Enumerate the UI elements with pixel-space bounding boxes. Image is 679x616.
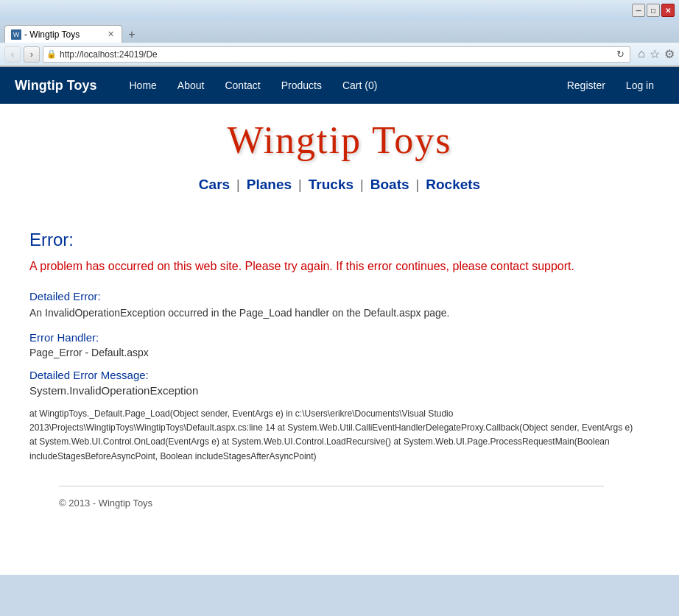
detailed-error-text: An InvalidOperationException occurred in… — [29, 305, 633, 321]
category-links: Cars | Planes | Trucks | Boats | Rockets — [0, 169, 679, 208]
error-msg-label: Detailed Error Message: — [29, 369, 633, 381]
category-planes[interactable]: Planes — [247, 177, 292, 192]
nav-login[interactable]: Log in — [616, 67, 664, 104]
sep-2: | — [295, 177, 302, 192]
site-brand[interactable]: Wingtip Toys — [15, 78, 97, 93]
site-nav: Wingtip Toys Home About Contact Products… — [0, 67, 679, 104]
tab-favicon: W — [11, 29, 21, 40]
error-main-message: A problem has occurred on this web site.… — [29, 258, 633, 275]
category-trucks[interactable]: Trucks — [309, 177, 353, 192]
tab-close-button[interactable]: ✕ — [106, 29, 116, 39]
title-bar: ─ □ ✕ — [0, 0, 679, 21]
forward-button[interactable]: › — [24, 46, 40, 63]
category-cars[interactable]: Cars — [199, 177, 230, 192]
footer-text: © 2013 - Wingtip Toys — [59, 498, 152, 509]
site-footer: © 2013 - Wingtip Toys — [59, 486, 604, 520]
home-icon[interactable]: ⌂ — [638, 47, 645, 61]
sep-4: | — [412, 177, 420, 192]
nav-products[interactable]: Products — [271, 67, 332, 104]
minimize-button[interactable]: ─ — [632, 4, 645, 17]
back-button[interactable]: ‹ — [4, 46, 21, 63]
refresh-button[interactable]: ↻ — [613, 48, 627, 61]
settings-icon[interactable]: ⚙ — [664, 47, 675, 61]
new-tab-button[interactable]: + — [124, 26, 140, 43]
error-stack-trace: at WingtipToys._Default.Page_Load(Object… — [29, 407, 633, 464]
error-handler-label: Error Handler: — [29, 331, 633, 344]
error-handler-text: Page_Error - Default.aspx — [29, 347, 633, 358]
page-content: Error: A problem has occurred on this we… — [0, 208, 663, 534]
tab-bar: W - Wingtip Toys ✕ + — [0, 21, 679, 43]
close-button[interactable]: ✕ — [661, 4, 675, 17]
detailed-error-label: Detailed Error: — [29, 290, 633, 302]
tab-title: - Wingtip Toys — [24, 29, 103, 40]
nav-register[interactable]: Register — [557, 67, 616, 104]
address-bar[interactable]: 🔒 ↻ — [43, 46, 630, 63]
browser-tab[interactable]: W - Wingtip Toys ✕ — [4, 25, 122, 43]
favorites-icon[interactable]: ☆ — [650, 47, 660, 61]
nav-about[interactable]: About — [167, 67, 215, 104]
maximize-button[interactable]: □ — [647, 4, 660, 17]
nav-links: Home About Contact Products Cart (0) — [119, 67, 557, 104]
nav-right: Register Log in — [557, 67, 664, 104]
sep-3: | — [356, 177, 364, 192]
nav-home[interactable]: Home — [119, 67, 167, 104]
error-msg-text: System.InvalidOperationException — [29, 384, 633, 397]
browser-toolbar: ‹ › 🔒 ↻ ⌂ ☆ ⚙ — [0, 43, 679, 66]
category-boats[interactable]: Boats — [370, 177, 409, 192]
error-heading: Error: — [29, 230, 633, 250]
site-logo: Wingtip Toys — [0, 104, 679, 169]
nav-cart[interactable]: Cart (0) — [332, 67, 387, 104]
address-input[interactable] — [60, 49, 611, 60]
lock-icon: 🔒 — [46, 49, 57, 59]
category-rockets[interactable]: Rockets — [426, 177, 480, 192]
sep-1: | — [233, 177, 240, 192]
nav-contact[interactable]: Contact — [214, 67, 270, 104]
error-section: Error: A problem has occurred on this we… — [29, 222, 633, 471]
website-container: Wingtip Toys Home About Contact Products… — [0, 67, 679, 575]
